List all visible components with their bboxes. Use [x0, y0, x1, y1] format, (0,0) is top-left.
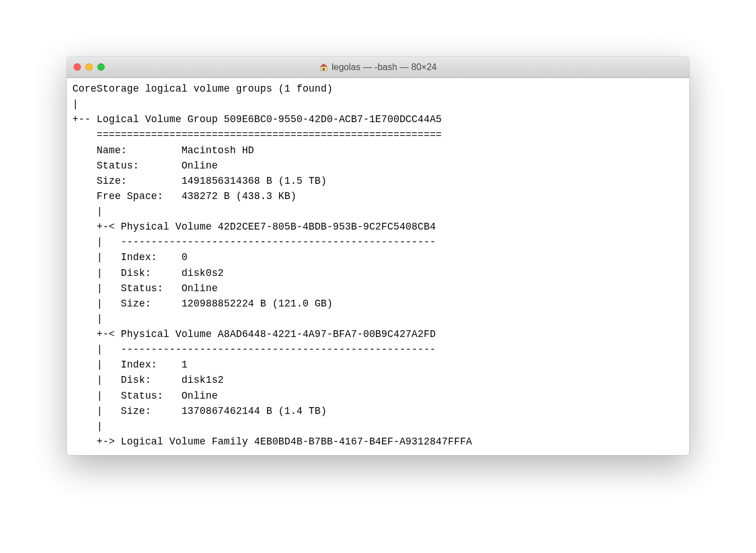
traffic-lights [67, 63, 105, 71]
minimize-button[interactable] [85, 63, 93, 71]
window-titlebar[interactable]: legolas — -bash — 80×24 [67, 57, 689, 78]
home-icon [319, 63, 328, 72]
terminal-window: legolas — -bash — 80×24 CoreStorage logi… [67, 57, 689, 455]
window-title-text: legolas — -bash — 80×24 [332, 62, 436, 72]
svg-rect-0 [323, 68, 325, 71]
maximize-button[interactable] [97, 63, 105, 71]
close-button[interactable] [74, 63, 81, 71]
terminal-output[interactable]: CoreStorage logical volume groups (1 fou… [67, 78, 689, 455]
window-title: legolas — -bash — 80×24 [67, 62, 689, 72]
